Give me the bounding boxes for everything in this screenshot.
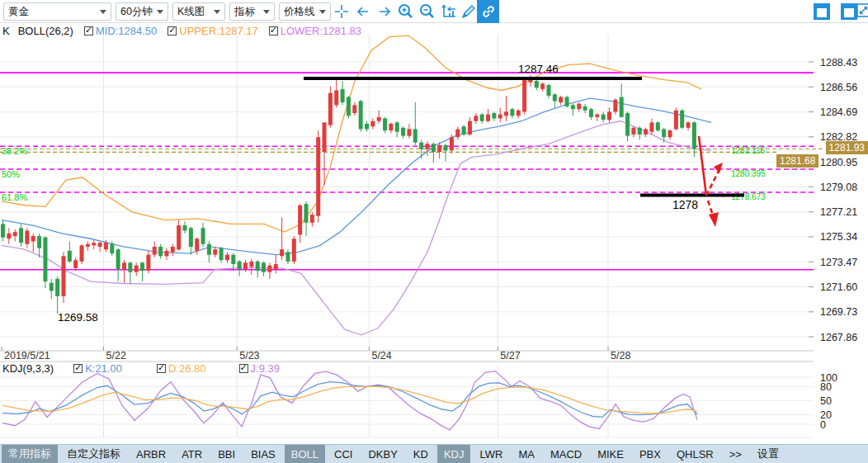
candle-body [256,262,260,271]
kdj-axis-label: 80 [820,381,832,393]
candle-body [370,121,375,126]
tab-自定义指标[interactable]: 自定义指标 [60,445,127,463]
tab-BBI[interactable]: BBI [211,445,242,463]
j-checkbox[interactable] [239,364,248,373]
candle-body [62,256,66,296]
fib-value-label: 1280.395 [731,169,766,178]
tab-KDJ[interactable]: KDJ [437,445,471,463]
zoom-out-icon[interactable] [417,2,437,21]
mid-checkbox[interactable] [84,26,93,35]
symbol-select[interactable]: 黄金 [3,2,111,21]
chart-type-select[interactable]: K线图 [172,2,225,21]
candle-body [298,206,302,235]
zoom-in-icon[interactable] [396,2,416,21]
price-axis-label: 1288.43 [820,57,857,69]
tab-KD[interactable]: KD [407,445,435,463]
candle-body [595,115,599,117]
candle-body [389,124,393,130]
candle-body [37,236,41,248]
tab-BIAS[interactable]: BIAS [244,445,282,463]
arrow-left-icon[interactable] [353,2,373,21]
tab-BOLL[interactable]: BOLL [285,445,325,463]
candle-body [352,105,356,113]
d-checkbox[interactable] [157,364,166,373]
candle-body [589,109,593,117]
candle-body [395,122,399,131]
candle-body [92,243,96,245]
tab-PBX[interactable]: PBX [633,445,668,463]
candle-body [50,283,54,291]
candle-body [189,228,193,247]
expand-icon[interactable] [856,1,868,21]
window-pane-icon-1[interactable] [814,3,830,20]
candle-body [25,231,29,244]
candle-body [462,126,466,135]
candle-body [601,115,606,120]
tab-MA[interactable]: MA [512,445,541,463]
indicator-select[interactable]: 指标 [229,2,275,21]
chart-type-value: K线图 [177,5,205,19]
tab-QHLSR[interactable]: QHLSR [670,445,720,463]
tab-DKBY[interactable]: DKBY [361,445,403,463]
candle-body [498,115,502,119]
candle-body [577,104,581,109]
lower-label: LOWER:1281.83 [281,25,361,37]
candle-body [153,247,157,255]
arrow-right-icon[interactable] [375,2,394,21]
upper-checkbox[interactable] [167,26,177,35]
priceline-select[interactable]: 价格线 [279,2,331,21]
kdj-legend-name: KDJ(9,3,3) [2,362,54,375]
period-select[interactable]: 60分钟 [116,2,168,21]
tab-设置[interactable]: 设置 [751,445,785,463]
axes-icon[interactable] [439,2,459,21]
tab-MIKE[interactable]: MIKE [591,445,630,463]
candle-body [292,239,296,262]
resistance-price-label: 1287.46 [518,63,559,75]
candle-body [692,122,696,149]
tab-常用指标[interactable]: 常用指标 [2,445,58,463]
red-down-arrow[interactable] [708,201,713,215]
candle-body [110,244,114,253]
tab-LWR[interactable]: LWR [473,445,509,463]
date-label: 5/27 [500,350,520,361]
tab-ARBR[interactable]: ARBR [130,445,172,463]
candle-body [128,262,132,272]
lower-checkbox[interactable] [269,26,278,35]
last-price-badge: 1281.93 [826,141,868,154]
link-icon[interactable] [477,0,499,23]
chart-canvas[interactable]: 1288.431286.561284.691282.821280.951279.… [0,23,868,444]
candle-body [492,113,496,118]
symbol-select-value: 黄金 [8,5,29,19]
red-up-arrow[interactable] [706,169,719,196]
tab-CCI[interactable]: CCI [328,445,359,463]
red-up-arrowhead [714,163,723,173]
candle-body [455,129,460,137]
candle-body [547,85,551,96]
pencil-icon[interactable] [459,2,479,21]
candle-body [426,144,430,149]
fib-pct-label: 61.8% [2,192,27,202]
candle-body [134,266,139,272]
candle-body [474,116,478,120]
candle-body [334,90,338,105]
k-checkbox[interactable] [73,364,83,373]
candle-body [444,145,448,150]
candle-body [171,247,175,252]
window-pane-icon-2[interactable] [841,3,857,20]
tab->>[interactable]: >> [723,445,748,463]
candle-body [437,145,441,152]
candle-body [607,111,611,120]
candle-body [310,215,314,223]
sub-indicator-legend: KDJ(9,3,3) K:21.00 D:26.80 J:9.39 [2,362,280,375]
boll-mid-line [2,98,711,254]
candle-body [674,111,678,130]
candle-body [238,262,242,270]
price-axis-label: 1269.73 [820,306,857,318]
candle-body [243,262,248,269]
tab-MACD[interactable]: MACD [544,445,588,463]
main-legend-name: BOLL(26,2) [18,25,73,37]
crosshair-icon[interactable] [332,2,351,21]
chevron-down-icon [100,10,106,14]
tab-ATR[interactable]: ATR [175,445,209,463]
chevron-down-icon [263,10,270,14]
